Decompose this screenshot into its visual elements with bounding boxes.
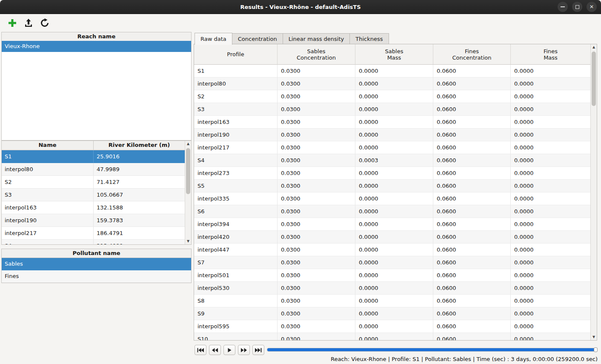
table-row-s1[interactable]: S10.03000.00000.06000.0000	[194, 65, 590, 77]
column-header-sables-mass[interactable]: Sables Mass	[355, 44, 433, 65]
scroll-up-icon[interactable]: ▲	[185, 141, 191, 147]
refresh-button[interactable]	[38, 17, 51, 29]
column-header-sables-concentration[interactable]: Sables Concentration	[278, 44, 355, 65]
table-row-s3[interactable]: S30.03000.00000.06000.0000	[194, 103, 590, 116]
play-icon	[228, 348, 232, 353]
table-row-interpol447[interactable]: interpol4470.03000.00000.06000.0000	[194, 244, 590, 256]
table-cell: 0.0000	[355, 77, 433, 90]
results-scrollbar[interactable]: ▲ ▼	[590, 44, 597, 340]
table-cell: interpol595	[194, 320, 278, 333]
table-row-interpol501[interactable]: interpol5010.03000.00000.06000.0000	[194, 269, 590, 282]
table-row-s8[interactable]: S80.03000.00000.06000.0000	[194, 295, 590, 307]
column-header-fines-concentration[interactable]: Fines Concentration	[433, 44, 511, 65]
tab-raw-data[interactable]: Raw data	[195, 33, 232, 45]
table-cell: 0.0600	[433, 77, 511, 90]
table-row-interpol530[interactable]: interpol5300.03000.00000.06000.0000	[194, 282, 590, 295]
profiles-table-inner: Name River Kilometer (m) S125.9016interp…	[2, 141, 185, 244]
table-row-interpol420[interactable]: interpol4200.03000.00000.06000.0000	[194, 231, 590, 244]
table-cell: interpol80	[194, 77, 278, 90]
profile-row-s3[interactable]: S3105.0667	[2, 189, 185, 201]
pollutant-list-item-sables[interactable]: Sables	[2, 258, 191, 270]
table-row-interpol394[interactable]: interpol3940.03000.00000.06000.0000	[194, 218, 590, 231]
table-cell: S4	[194, 154, 278, 167]
table-cell: 0.0000	[511, 269, 590, 282]
table-cell: interpol420	[194, 231, 278, 244]
play-button[interactable]	[223, 345, 235, 355]
profile-row-interpol217[interactable]: interpol217186.4791	[2, 227, 185, 240]
profile-row-interpol80[interactable]: interpol8047.9989	[2, 163, 185, 176]
table-cell: 0.0000	[355, 256, 433, 269]
table-row-interpol217[interactable]: interpol2170.03000.00000.06000.0000	[194, 141, 590, 154]
scrollbar-thumb[interactable]	[592, 52, 596, 106]
table-row-interpol595[interactable]: interpol5950.03000.00000.06000.0000	[194, 320, 590, 333]
add-button[interactable]	[6, 17, 19, 29]
table-cell: 0.0300	[278, 282, 355, 295]
profiles-table-header: Name River Kilometer (m)	[2, 141, 185, 150]
table-cell: 0.0000	[511, 205, 590, 218]
minimize-button[interactable]	[558, 2, 568, 12]
fast-forward-button[interactable]	[238, 345, 250, 355]
tab-thickness[interactable]: Thickness	[350, 33, 389, 44]
table-row-interpol273[interactable]: interpol2730.03000.00000.06000.0000	[194, 167, 590, 180]
profile-cell: 47.9989	[94, 163, 185, 176]
table-cell: 0.0000	[511, 65, 590, 77]
scroll-down-icon[interactable]: ▼	[591, 334, 597, 340]
tab-concentration[interactable]: Concentration	[232, 33, 283, 44]
table-row-s7[interactable]: S70.03000.00000.06000.0000	[194, 256, 590, 269]
profile-row-s1[interactable]: S125.9016	[2, 150, 185, 163]
profile-row-interpol163[interactable]: interpol163132.1588	[2, 201, 185, 214]
column-header-profile[interactable]: Profile	[194, 44, 278, 65]
table-cell: 0.0300	[278, 192, 355, 205]
table-row-interpol190[interactable]: interpol1900.03000.00000.06000.0000	[194, 129, 590, 141]
table-row-interpol335[interactable]: interpol3350.03000.00000.06000.0000	[194, 192, 590, 205]
table-row-interpol80[interactable]: interpol800.03000.00000.06000.0000	[194, 77, 590, 90]
reach-list: Vieux-Rhone	[1, 41, 192, 140]
profile-cell: 213.4089	[94, 240, 185, 244]
table-cell: 0.0000	[511, 167, 590, 180]
profile-cell: 186.4791	[94, 227, 185, 240]
export-button[interactable]	[22, 17, 35, 29]
skip-to-start-button[interactable]	[195, 345, 206, 355]
profile-row-s4[interactable]: S4213.4089	[2, 240, 185, 244]
pollutant-list-item-fines[interactable]: Fines	[2, 270, 191, 283]
profiles-scrollbar[interactable]: ▲ ▼	[185, 141, 191, 244]
table-row-s4[interactable]: S40.03000.00030.06000.0000	[194, 154, 590, 167]
profile-row-interpol190[interactable]: interpol190159.3783	[2, 214, 185, 227]
scrollbar-thumb[interactable]	[186, 148, 190, 194]
pollutant-list: SablesFines	[1, 258, 192, 283]
maximize-button[interactable]	[572, 2, 582, 12]
reach-list-item-vieux-rhone[interactable]: Vieux-Rhone	[2, 41, 191, 52]
table-cell: 0.0000	[511, 295, 590, 307]
time-slider[interactable]	[267, 347, 598, 352]
scroll-up-icon[interactable]: ▲	[591, 44, 597, 50]
column-header-fines-mass[interactable]: Fines Mass	[511, 44, 590, 65]
river-kilometer-column-header[interactable]: River Kilometer (m)	[94, 141, 185, 150]
table-cell: 0.0000	[355, 141, 433, 154]
time-slider-handle[interactable]	[594, 347, 598, 352]
table-cell: 0.0000	[355, 129, 433, 141]
profile-cell: 71.4127	[94, 176, 185, 189]
rewind-icon	[212, 348, 218, 353]
table-cell: 0.0000	[511, 180, 590, 192]
table-row-interpol163[interactable]: interpol1630.03000.00000.06000.0000	[194, 116, 590, 129]
profile-cell: S2	[2, 176, 94, 189]
table-cell: 0.0600	[433, 333, 511, 340]
table-row-s10[interactable]: S100.03000.00000.06000.0000	[194, 333, 590, 340]
skip-to-end-button[interactable]	[252, 345, 264, 355]
table-row-s6[interactable]: S60.03000.00000.06000.0000	[194, 205, 590, 218]
table-cell: interpol394	[194, 218, 278, 231]
table-cell: S3	[194, 103, 278, 116]
rewind-button[interactable]	[209, 345, 221, 355]
table-row-s2[interactable]: S20.03000.00000.06000.0000	[194, 90, 590, 103]
close-button[interactable]: ✕	[587, 2, 597, 12]
scroll-down-icon[interactable]: ▼	[185, 238, 191, 244]
table-cell: 0.0000	[511, 192, 590, 205]
table-cell: 0.0000	[511, 116, 590, 129]
table-row-s5[interactable]: S50.03000.00000.06000.0000	[194, 180, 590, 192]
table-row-s9[interactable]: S90.03000.00000.06000.0000	[194, 307, 590, 320]
profile-row-s2[interactable]: S271.4127	[2, 176, 185, 189]
tab-linear-mass-density[interactable]: Linear mass density	[283, 33, 350, 44]
table-cell: 0.0000	[511, 231, 590, 244]
table-cell: 0.0000	[355, 282, 433, 295]
name-column-header[interactable]: Name	[2, 141, 94, 150]
